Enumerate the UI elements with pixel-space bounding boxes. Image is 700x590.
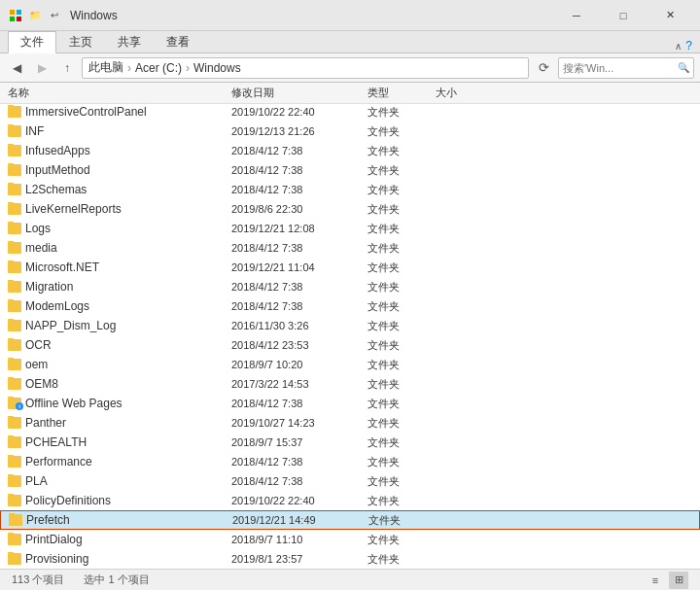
file-type: 文件夹: [368, 358, 436, 372]
minimize-button[interactable]: ─: [554, 0, 599, 31]
search-icon: 🔍: [678, 62, 689, 73]
table-row[interactable]: OEM8 2017/3/22 14:53 文件夹: [0, 374, 700, 394]
search-input[interactable]: [563, 62, 678, 74]
folder-icon: [8, 436, 21, 448]
close-button[interactable]: ✕: [648, 0, 692, 31]
folder-icon: [8, 339, 21, 351]
crumb-computer[interactable]: 此电脑: [88, 59, 123, 76]
table-row[interactable]: INF 2019/12/13 21:26 文件夹: [0, 121, 700, 141]
status-selected: 选中 1 个项目: [84, 573, 149, 587]
table-row[interactable]: PolicyDefinitions 2019/10/22 22:40 文件夹: [0, 491, 700, 510]
back-button[interactable]: ◀: [6, 57, 27, 79]
table-row[interactable]: Performance 2018/4/12 7:38 文件夹: [0, 452, 700, 471]
folder-icon: [8, 378, 21, 390]
quick-access-icon[interactable]: 📁: [27, 8, 43, 23]
table-row[interactable]: Panther 2019/10/27 14:23 文件夹: [0, 413, 700, 433]
table-row[interactable]: Logs 2019/12/21 12:08 文件夹: [0, 219, 700, 238]
ribbon-collapse-icon[interactable]: ∧: [675, 41, 682, 52]
folder-icon: [8, 495, 21, 506]
file-name: PLA: [8, 474, 231, 488]
file-name: NAPP_Dism_Log: [8, 319, 231, 332]
svg-rect-3: [17, 17, 21, 21]
file-name: PrintDialog: [8, 533, 231, 546]
tab-file[interactable]: 文件: [8, 31, 56, 53]
table-row[interactable]: oem 2018/9/7 10:20 文件夹: [0, 355, 700, 374]
table-row[interactable]: ModemLogs 2018/4/12 7:38 文件夹: [0, 296, 700, 316]
view-details-button[interactable]: ≡: [646, 572, 665, 589]
file-list-container: 名称 修改日期 类型 大小 ImmersiveControlPanel 2019…: [0, 83, 700, 569]
file-date: 2018/4/12 7:38: [231, 398, 368, 409]
refresh-button[interactable]: ⟳: [533, 57, 554, 79]
folder-special-icon: i: [8, 398, 21, 409]
folder-icon: [8, 164, 21, 176]
file-type: 文件夹: [368, 260, 436, 275]
column-type[interactable]: 类型: [368, 86, 436, 100]
column-size[interactable]: 大小: [436, 86, 494, 100]
file-date: 2019/8/1 23:57: [231, 553, 368, 565]
address-path[interactable]: 此电脑 › Acer (C:) › Windows: [82, 57, 529, 79]
search-box[interactable]: 🔍: [558, 57, 694, 79]
file-name: InputMethod: [8, 163, 231, 177]
title-bar: 📁 ↩ Windows ─ □ ✕: [0, 0, 700, 31]
table-row[interactable]: media 2018/4/12 7:38 文件夹: [0, 238, 700, 258]
crumb-drive[interactable]: Acer (C:): [135, 61, 182, 75]
file-name: PolicyDefinitions: [8, 494, 231, 507]
folder-icon: [8, 359, 21, 370]
folder-icon: [8, 223, 21, 234]
table-row[interactable]: Microsoft.NET 2019/12/21 11:04 文件夹: [0, 258, 700, 277]
folder-icon: [9, 514, 22, 526]
undo-icon[interactable]: ↩: [47, 8, 62, 23]
file-type: 文件夹: [368, 377, 436, 392]
file-list[interactable]: ImmersiveControlPanel 2019/10/22 22:40 文…: [0, 104, 700, 569]
view-tiles-button[interactable]: ⊞: [669, 572, 688, 589]
up-button[interactable]: ↑: [56, 57, 78, 79]
folder-icon: [8, 203, 21, 215]
file-type: 文件夹: [368, 494, 436, 508]
table-row[interactable]: NAPP_Dism_Log 2016/11/30 3:26 文件夹: [0, 316, 700, 335]
table-row[interactable]: Provisioning 2019/8/1 23:57 文件夹: [0, 549, 700, 569]
folder-icon: [8, 242, 21, 254]
file-name: media: [8, 241, 231, 255]
file-type: 文件夹: [368, 513, 437, 528]
file-date: 2018/4/12 7:38: [231, 164, 368, 176]
tab-share[interactable]: 共享: [105, 31, 154, 52]
file-name: OCR: [8, 338, 231, 352]
file-date: 2018/4/12 7:38: [231, 475, 368, 487]
table-row[interactable]: InputMethod 2018/4/12 7:38 文件夹: [0, 160, 700, 180]
table-row[interactable]: Prefetch 2019/12/21 14:49 文件夹: [0, 510, 700, 530]
file-date: 2019/10/27 14:23: [231, 417, 368, 429]
file-type: 文件夹: [368, 299, 436, 314]
table-row[interactable]: InfusedApps 2018/4/12 7:38 文件夹: [0, 141, 700, 160]
table-row[interactable]: LiveKernelReports 2019/8/6 22:30 文件夹: [0, 199, 700, 219]
table-row[interactable]: PLA 2018/4/12 7:38 文件夹: [0, 471, 700, 491]
file-date: 2018/4/12 7:38: [231, 242, 368, 254]
file-date: 2018/9/7 15:37: [231, 436, 368, 448]
file-type: 文件夹: [368, 241, 436, 256]
file-date: 2019/12/21 14:49: [232, 514, 368, 526]
crumb-folder[interactable]: Windows: [193, 61, 241, 75]
table-row[interactable]: PCHEALTH 2018/9/7 15:37 文件夹: [0, 433, 700, 452]
forward-button[interactable]: ▶: [31, 57, 52, 79]
column-name[interactable]: 名称: [8, 86, 231, 100]
file-name: oem: [8, 358, 231, 371]
table-row[interactable]: L2Schemas 2018/4/12 7:38 文件夹: [0, 180, 700, 199]
ribbon-help-icon[interactable]: ?: [685, 39, 692, 52]
table-row[interactable]: PrintDialog 2018/9/7 11:10 文件夹: [0, 530, 700, 549]
column-date[interactable]: 修改日期: [231, 86, 368, 100]
file-type: 文件夹: [368, 163, 436, 178]
title-bar-menu-icon[interactable]: [8, 8, 23, 23]
maximize-button[interactable]: □: [601, 0, 646, 31]
table-row[interactable]: Migration 2018/4/12 7:38 文件夹: [0, 277, 700, 296]
file-type: 文件夹: [368, 552, 436, 567]
folder-icon: [8, 281, 21, 293]
tab-view[interactable]: 查看: [154, 31, 202, 52]
file-type: 文件夹: [368, 222, 436, 236]
table-row[interactable]: OCR 2018/4/12 23:53 文件夹: [0, 335, 700, 355]
file-type: 文件夹: [368, 319, 436, 333]
table-row[interactable]: ImmersiveControlPanel 2019/10/22 22:40 文…: [0, 104, 700, 121]
folder-icon: [8, 534, 21, 545]
tab-home[interactable]: 主页: [56, 31, 105, 52]
file-type: 文件夹: [368, 416, 436, 431]
folder-icon: [8, 125, 21, 137]
table-row[interactable]: i Offline Web Pages 2018/4/12 7:38 文件夹: [0, 394, 700, 413]
